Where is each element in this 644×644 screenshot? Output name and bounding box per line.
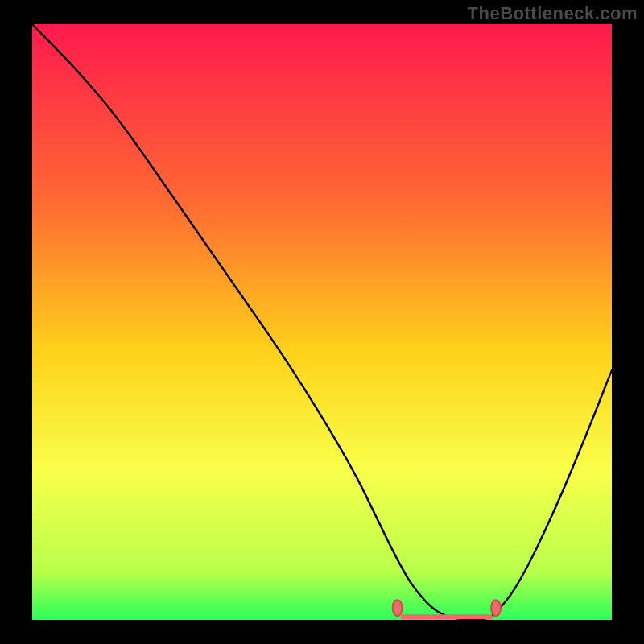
bottleneck-chart <box>32 24 612 620</box>
flat-region-marker-right <box>491 600 501 616</box>
flat-region-bar <box>401 614 493 619</box>
flat-region-marker-left <box>393 600 402 616</box>
plot-area <box>32 24 612 620</box>
chart-frame: TheBottleneck.com <box>0 0 644 644</box>
watermark-text: TheBottleneck.com <box>468 3 638 24</box>
gradient-background <box>32 24 612 620</box>
